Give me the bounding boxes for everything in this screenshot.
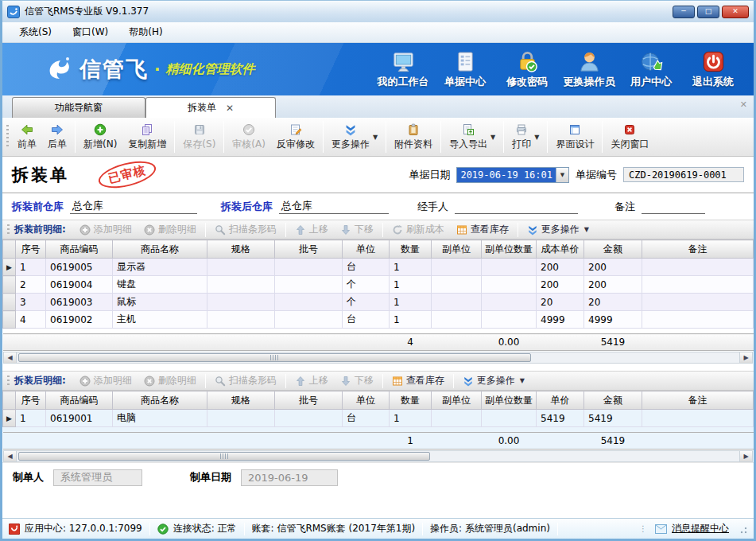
table-cell[interactable]: 200 bbox=[584, 276, 642, 294]
column-header[interactable]: 数量 bbox=[390, 391, 432, 410]
table-cell[interactable] bbox=[432, 311, 482, 329]
table-cell[interactable]: 2 bbox=[16, 276, 46, 294]
table-row[interactable]: 40619002主机台149994999 bbox=[3, 311, 754, 329]
table-cell[interactable]: 1 bbox=[16, 410, 46, 427]
table-cell[interactable]: 台 bbox=[343, 311, 390, 329]
table-cell[interactable] bbox=[207, 311, 275, 329]
table-cell[interactable] bbox=[642, 276, 754, 294]
table-cell[interactable] bbox=[275, 259, 343, 276]
next-doc-button[interactable]: 后单 bbox=[42, 121, 72, 154]
table-row[interactable]: 20619004键盘个1200200 bbox=[3, 276, 754, 294]
scroll-right-arrow-icon[interactable]: ▶ bbox=[739, 352, 752, 363]
column-header[interactable]: 金额 bbox=[584, 240, 642, 259]
table-cell[interactable] bbox=[482, 311, 537, 329]
remark-field[interactable] bbox=[642, 199, 705, 214]
column-header[interactable]: 副单位 bbox=[432, 391, 482, 410]
table-cell[interactable]: 台 bbox=[343, 410, 390, 427]
ui-design-button[interactable]: 界面设计 bbox=[550, 121, 599, 154]
table-cell[interactable]: 1 bbox=[390, 276, 432, 294]
table-cell[interactable] bbox=[207, 276, 275, 294]
table-cell[interactable] bbox=[642, 294, 754, 311]
detail-before-more-ops-button[interactable]: 更多操作▼ bbox=[522, 221, 594, 238]
column-header[interactable]: 单位 bbox=[343, 391, 390, 410]
menu-item-2[interactable]: 帮助(H) bbox=[118, 23, 173, 41]
table-cell[interactable] bbox=[642, 311, 754, 329]
chevron-down-icon[interactable]: ▼ bbox=[520, 377, 525, 384]
detail-after-view-stock-button[interactable]: 查看库存 bbox=[387, 372, 449, 389]
column-header[interactable]: 规格 bbox=[207, 240, 275, 259]
scroll-right-arrow-icon[interactable]: ▶ bbox=[739, 451, 752, 461]
scrollbar-track[interactable] bbox=[17, 451, 739, 461]
table-cell[interactable]: 1 bbox=[390, 311, 432, 329]
banner-nav-change-password[interactable]: 修改密码 bbox=[496, 49, 558, 89]
column-header[interactable]: 备注 bbox=[642, 391, 754, 410]
table-cell[interactable] bbox=[207, 259, 275, 276]
more-actions-button[interactable]: 更多操作▼ bbox=[326, 121, 383, 154]
copy-new-button[interactable]: 复制新增 bbox=[122, 121, 172, 154]
table-row[interactable]: 30619003鼠标个12020 bbox=[3, 294, 754, 311]
menu-item-1[interactable]: 窗口(W) bbox=[62, 23, 118, 41]
detail-before-hscrollbar[interactable]: ◀▶ bbox=[3, 352, 753, 364]
row-selector-cell[interactable] bbox=[3, 294, 16, 311]
table-cell[interactable]: 1 bbox=[390, 294, 432, 311]
column-header[interactable]: 商品编码 bbox=[46, 391, 113, 410]
table-cell[interactable] bbox=[432, 276, 482, 294]
table-cell[interactable]: 个 bbox=[343, 276, 390, 294]
column-header[interactable]: 副单位 bbox=[432, 240, 482, 259]
table-cell[interactable]: 200 bbox=[537, 276, 584, 294]
table-cell[interactable] bbox=[275, 294, 343, 311]
table-cell[interactable]: 1 bbox=[390, 410, 432, 427]
table-cell[interactable] bbox=[432, 410, 482, 427]
handler-field[interactable] bbox=[455, 199, 578, 214]
warehouse-after-field[interactable]: 总仓库 bbox=[279, 199, 389, 214]
chevron-down-icon[interactable]: ▼ bbox=[556, 168, 568, 182]
scroll-left-arrow-icon[interactable]: ◀ bbox=[4, 352, 17, 363]
table-row[interactable]: ▶10619005显示器台1200200 bbox=[3, 259, 754, 276]
unaudit-button[interactable]: 反审修改 bbox=[271, 121, 320, 154]
attachment-button[interactable]: 附件资料 bbox=[389, 121, 438, 154]
close-button[interactable]: ✕ bbox=[722, 6, 749, 18]
menu-item-0[interactable]: 系统(S) bbox=[9, 23, 62, 41]
row-selector-cell[interactable] bbox=[3, 276, 16, 294]
table-cell[interactable]: 键盘 bbox=[113, 276, 207, 294]
scroll-left-arrow-icon[interactable]: ◀ bbox=[4, 451, 17, 461]
detail-after-more-ops-button[interactable]: 更多操作▼ bbox=[458, 372, 529, 389]
table-cell[interactable]: 3 bbox=[16, 294, 46, 311]
table-cell[interactable]: 200 bbox=[584, 259, 642, 276]
warehouse-before-field[interactable]: 总仓库 bbox=[70, 199, 197, 214]
doc-date-input[interactable]: 2019-06-19 16:01 ▼ bbox=[456, 167, 569, 183]
tab-close-icon[interactable] bbox=[226, 103, 234, 114]
chevron-down-icon[interactable]: ▼ bbox=[373, 134, 378, 141]
table-cell[interactable]: 显示器 bbox=[113, 259, 207, 276]
print-button[interactable]: 打印▼ bbox=[506, 121, 545, 154]
column-header[interactable]: 批号 bbox=[275, 240, 343, 259]
scrollbar-thumb[interactable] bbox=[18, 353, 531, 362]
banner-nav-exit-system[interactable]: 退出系统 bbox=[682, 49, 744, 89]
column-header[interactable]: 单价 bbox=[537, 391, 584, 410]
detail-after-hscrollbar[interactable]: ◀▶ bbox=[3, 450, 753, 462]
scrollbar-thumb[interactable] bbox=[18, 452, 430, 461]
status-segment-4[interactable]: 消息提醒中心 bbox=[655, 522, 729, 535]
column-header[interactable]: 规格 bbox=[207, 391, 275, 410]
table-cell[interactable]: 0619005 bbox=[46, 259, 113, 276]
row-selector-cell[interactable]: ▶ bbox=[3, 410, 16, 427]
chevron-down-icon[interactable]: ▼ bbox=[490, 134, 495, 141]
table-cell[interactable] bbox=[207, 410, 275, 427]
table-cell[interactable]: 主机 bbox=[113, 311, 207, 329]
table-cell[interactable]: 台 bbox=[343, 259, 390, 276]
detail-before-view-stock-button[interactable]: 查看库存 bbox=[452, 221, 514, 238]
table-cell[interactable]: 0619001 bbox=[46, 410, 113, 427]
table-row[interactable]: ▶10619001电脑台154195419 bbox=[3, 410, 754, 427]
banner-nav-workbench[interactable]: 我的工作台 bbox=[372, 49, 434, 89]
table-cell[interactable] bbox=[275, 410, 343, 427]
chevron-down-icon[interactable]: ▼ bbox=[534, 134, 539, 141]
column-header[interactable]: 商品编码 bbox=[46, 240, 113, 259]
table-cell[interactable]: 1 bbox=[16, 259, 46, 276]
table-cell[interactable]: 个 bbox=[343, 294, 390, 311]
column-header[interactable]: 商品名称 bbox=[113, 391, 207, 410]
resize-grip-icon[interactable] bbox=[738, 524, 747, 534]
table-cell[interactable]: 0619004 bbox=[46, 276, 113, 294]
column-header[interactable]: 序号 bbox=[16, 391, 46, 410]
doc-no-field[interactable]: CZD-20190619-0001 bbox=[623, 167, 744, 182]
table-cell[interactable] bbox=[275, 276, 343, 294]
